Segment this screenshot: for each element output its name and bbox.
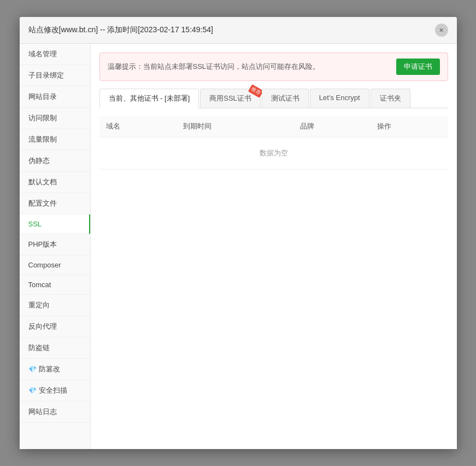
modal-body: 域名管理子目录绑定网站目录访问限制流量限制伪静态默认文档配置文件SSLPHP版本… xyxy=(20,44,457,449)
sidebar-item-label: Composer xyxy=(28,261,61,269)
tab-test[interactable]: 测试证书 xyxy=(262,89,309,108)
sidebar-item-phpver[interactable]: PHP版本 xyxy=(20,234,90,255)
sidebar-item-tomcat[interactable]: Tomcat xyxy=(20,275,90,295)
sidebar-item-hotlink[interactable]: 防盗链 xyxy=(20,337,90,359)
sidebar-item-label: PHP版本 xyxy=(28,240,57,249)
sidebar-item-defaultdoc[interactable]: 默认文档 xyxy=(20,172,90,193)
sidebar-item-log[interactable]: 网站日志 xyxy=(20,401,90,423)
sidebar-item-subdir[interactable]: 子目录绑定 xyxy=(20,65,90,86)
table-header-到期时间: 到期时间 xyxy=(177,116,294,137)
modal-overlay: 站点修改[www.bt.cn] -- 添加时间[2023-02-17 15:49… xyxy=(0,0,476,466)
cert-table: 域名到期时间品牌操作 数据为空 xyxy=(99,116,448,170)
sidebar-item-label: SSL xyxy=(28,220,42,228)
sidebar-item-label: 域名管理 xyxy=(28,49,57,59)
sidebar-item-label: 网站日志 xyxy=(28,407,57,417)
tab-current[interactable]: 当前、其他证书 - [未部署] xyxy=(99,89,199,108)
sidebar-item-label: 防盗链 xyxy=(28,343,50,353)
sidebar-item-sitedir[interactable]: 网站目录 xyxy=(20,86,90,108)
empty-row: 数据为空 xyxy=(99,137,448,170)
modal: 站点修改[www.bt.cn] -- 添加时间[2023-02-17 15:49… xyxy=(20,17,457,449)
gem-icon: 💎 xyxy=(28,387,37,394)
table-header-域名: 域名 xyxy=(99,116,177,137)
gem-icon: 💎 xyxy=(28,365,37,373)
tab-certfolder[interactable]: 证书夹 xyxy=(371,89,410,108)
main-content: 温馨提示：当前站点未部署SSL证书访问，站点访问可能存在风险。 申请证书 当前、… xyxy=(91,44,457,449)
sidebar-item-pseudostatic[interactable]: 伪静态 xyxy=(20,150,90,172)
sidebar-item-ssl[interactable]: SSL xyxy=(20,214,90,234)
sidebar-item-domain[interactable]: 域名管理 xyxy=(20,44,90,65)
modal-header: 站点修改[www.bt.cn] -- 添加时间[2023-02-17 15:49… xyxy=(20,17,457,44)
table-header-品牌: 品牌 xyxy=(293,116,371,137)
sidebar-item-label: 网站目录 xyxy=(28,92,57,102)
sidebar-item-label: 伪静态 xyxy=(28,156,50,166)
warning-banner: 温馨提示：当前站点未部署SSL证书访问，站点访问可能存在风险。 申请证书 xyxy=(99,53,448,81)
apply-cert-button[interactable]: 申请证书 xyxy=(396,59,440,75)
sidebar-item-label: 重定向 xyxy=(28,300,50,310)
sidebar-item-label: 流量限制 xyxy=(28,135,57,144)
tab-commercial[interactable]: 商用SSL证书推荐 xyxy=(200,89,261,108)
tabs-container: 当前、其他证书 - [未部署]商用SSL证书推荐测试证书Let's Encryp… xyxy=(99,89,448,108)
sidebar-item-composer[interactable]: Composer xyxy=(20,255,90,275)
tab-badge-commercial: 推荐 xyxy=(248,84,263,98)
sidebar-item-label: 子目录绑定 xyxy=(28,71,64,80)
empty-text: 数据为空 xyxy=(99,137,448,170)
sidebar-item-reverseproxy[interactable]: 反向代理 xyxy=(20,316,90,337)
sidebar-item-tamper[interactable]: 💎防篡改 xyxy=(20,359,90,380)
sidebar-item-label: Tomcat xyxy=(28,281,51,289)
warning-text: 温馨提示：当前站点未部署SSL证书访问，站点访问可能存在风险。 xyxy=(108,62,390,72)
sidebar-item-redirect[interactable]: 重定向 xyxy=(20,295,90,316)
sidebar-item-config[interactable]: 配置文件 xyxy=(20,193,90,214)
sidebar-item-label: 防篡改 xyxy=(39,364,60,374)
sidebar: 域名管理子目录绑定网站目录访问限制流量限制伪静态默认文档配置文件SSLPHP版本… xyxy=(20,44,91,449)
sidebar-item-flow[interactable]: 流量限制 xyxy=(20,129,90,150)
sidebar-item-label: 默认文档 xyxy=(28,177,57,187)
sidebar-item-access[interactable]: 访问限制 xyxy=(20,108,90,129)
sidebar-item-label: 访问限制 xyxy=(28,113,57,123)
table-header-操作: 操作 xyxy=(371,116,448,137)
tab-letsencrypt[interactable]: Let's Encrypt xyxy=(310,89,369,108)
sidebar-item-label: 配置文件 xyxy=(28,199,57,208)
sidebar-item-label: 反向代理 xyxy=(28,322,57,331)
close-button[interactable]: × xyxy=(435,24,448,37)
modal-title: 站点修改[www.bt.cn] -- 添加时间[2023-02-17 15:49… xyxy=(28,25,213,35)
table-header-row: 域名到期时间品牌操作 xyxy=(99,116,448,137)
sidebar-item-security[interactable]: 💎安全扫描 xyxy=(20,380,90,401)
sidebar-item-label: 安全扫描 xyxy=(39,386,67,395)
